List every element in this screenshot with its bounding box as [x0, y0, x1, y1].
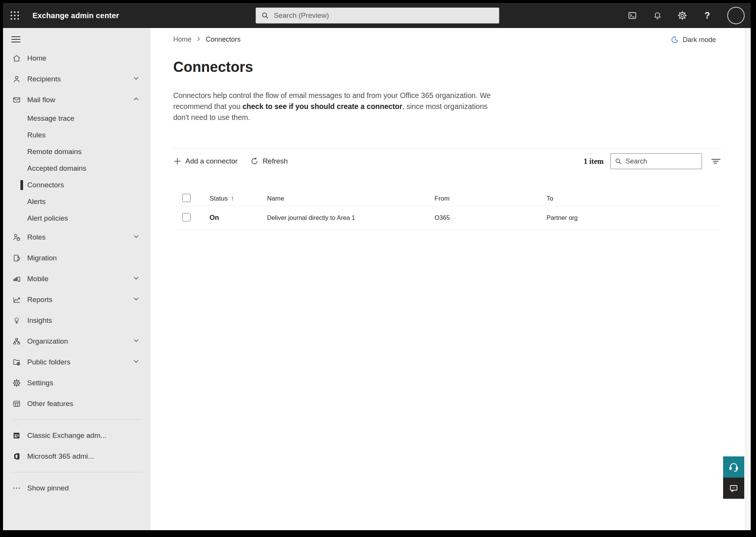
sidebar-item-migration[interactable]: Migration [3, 247, 151, 268]
sidebar-item-show-pinned[interactable]: Show pinned [3, 478, 151, 498]
notifications-bell-icon[interactable] [652, 11, 662, 20]
sidebar-item-settings[interactable]: Settings [3, 372, 151, 393]
sidebar-item-label: Accepted domains [27, 164, 86, 173]
select-row-checkbox[interactable] [182, 213, 191, 221]
connector-to: Partner org [546, 214, 578, 221]
sidebar-item-reports[interactable]: Reports [3, 289, 151, 310]
breadcrumb-current: Connectors [206, 36, 241, 44]
sidebar-item-accepted-domains[interactable]: Accepted domains [3, 160, 151, 177]
sidebar-item-label: Roles [27, 233, 46, 241]
document-arrow-icon [12, 254, 21, 263]
plus-icon [173, 157, 182, 165]
hamburger-menu-icon[interactable] [11, 33, 21, 46]
sidebar-item-label: Home [27, 54, 47, 62]
sidebar-item-mail-flow[interactable]: Mail flow [3, 89, 151, 110]
help-icon[interactable]: ? [702, 11, 712, 20]
sidebar-item-public-folders[interactable]: Public folders [3, 352, 151, 372]
sidebar-item-label: Other features [27, 400, 73, 408]
list-search-box[interactable] [610, 153, 702, 169]
breadcrumb: Home Connectors [173, 36, 241, 44]
gear-icon [12, 378, 21, 388]
column-header-to: To [546, 195, 553, 202]
sidebar-item-remote-domains[interactable]: Remote domains [3, 143, 151, 160]
status-badge: On [210, 214, 219, 222]
waffle-icon [9, 10, 20, 21]
sidebar-item-label: Alert policies [27, 214, 68, 223]
sidebar-item-insights[interactable]: Insights [3, 310, 151, 331]
connectors-table: Status ↑ Name From To On [173, 191, 722, 230]
header-cell-to[interactable]: To [546, 195, 722, 202]
svg-text:E: E [14, 433, 17, 438]
header-cell-status[interactable]: Status ↑ [210, 195, 267, 202]
sidebar-item-mobile[interactable]: Mobile [3, 268, 151, 289]
sidebar-item-recipients[interactable]: Recipients [3, 68, 151, 89]
search-icon [615, 157, 622, 165]
dark-mode-toggle[interactable]: Dark mode [671, 36, 716, 44]
account-avatar[interactable] [727, 7, 745, 24]
refresh-button[interactable]: Refresh [250, 157, 288, 165]
main-content: Home Connectors Dark mode Connectors Con… [151, 28, 751, 530]
feedback-button[interactable] [723, 478, 744, 499]
sidebar-item-label: Organization [27, 337, 68, 346]
list-search-input[interactable] [626, 157, 698, 165]
search-icon [261, 11, 269, 20]
vertical-scrollbar[interactable] [745, 28, 751, 530]
header-cell-name[interactable]: Name [267, 195, 435, 202]
microsoft-365-logo-icon [12, 452, 21, 461]
sidebar-item-label: Microsoft 365 admi... [27, 452, 94, 461]
sidebar-item-classic-exchange-admin[interactable]: E Classic Exchange adm... [3, 425, 151, 446]
chevron-down-icon [132, 232, 140, 242]
sidebar-item-alert-policies[interactable]: Alert policies [3, 210, 151, 227]
sidebar-divider [12, 472, 141, 472]
sidebar-nav: Home Recipients Mail flow [3, 48, 151, 498]
chevron-up-icon [132, 95, 140, 104]
feedback-bubble-icon [728, 483, 739, 493]
breadcrumb-home-link[interactable]: Home [173, 36, 191, 44]
sort-ascending-icon: ↑ [231, 195, 234, 202]
toolbar-divider [173, 148, 722, 149]
home-icon [12, 54, 21, 63]
column-header-name: Name [267, 195, 284, 202]
powershell-terminal-icon[interactable] [627, 11, 637, 20]
support-button[interactable] [723, 456, 744, 478]
list-toolbar: Add a connector Refresh 1 item [173, 153, 722, 170]
select-all-checkbox[interactable] [182, 194, 191, 202]
filter-icon[interactable] [710, 156, 722, 167]
person-icon [12, 75, 21, 84]
header-cell-from[interactable]: From [435, 195, 546, 202]
sidebar-item-connectors[interactable]: Connectors [3, 177, 151, 193]
global-search-input[interactable] [274, 11, 494, 20]
app-title: Exchange admin center [33, 3, 119, 28]
sidebar-item-other-features[interactable]: Other features [3, 393, 151, 414]
sidebar-item-message-trace[interactable]: Message trace [3, 110, 151, 127]
person-briefcase-icon [12, 233, 21, 242]
row-cell-name: Deliver journal directly to Area 1 [267, 214, 435, 221]
sidebar-item-home[interactable]: Home [3, 48, 151, 68]
sidebar-item-organization[interactable]: Organization [3, 331, 151, 352]
row-cell-select [173, 213, 210, 223]
headset-icon [728, 461, 739, 473]
add-connector-button[interactable]: Add a connector [173, 157, 238, 165]
table-header-row: Status ↑ Name From To [173, 191, 722, 206]
connector-from: O365 [435, 214, 450, 221]
table-grid-icon [12, 399, 21, 408]
sidebar-item-alerts[interactable]: Alerts [3, 193, 151, 210]
app-launcher-icon[interactable] [9, 10, 20, 21]
sidebar-item-label: Rules [27, 131, 46, 139]
connector-name-link[interactable]: Deliver journal directly to Area 1 [267, 214, 355, 221]
chevron-down-icon [132, 274, 140, 283]
chevron-down-icon [132, 357, 140, 367]
refresh-label: Refresh [262, 157, 288, 165]
sidebar-item-roles[interactable]: Roles [3, 227, 151, 247]
add-connector-label: Add a connector [185, 157, 238, 165]
global-search-box[interactable] [256, 8, 499, 23]
sidebar-item-label: Classic Exchange adm... [27, 431, 106, 440]
org-chart-icon [12, 337, 21, 346]
sidebar-item-microsoft-365-admin[interactable]: Microsoft 365 admi... [3, 446, 151, 467]
table-row[interactable]: On Deliver journal directly to Area 1 O3… [173, 206, 722, 230]
lightbulb-icon [12, 316, 21, 325]
top-app-bar: Exchange admin center [3, 3, 751, 28]
exchange-admin-center-window: Exchange admin center [3, 3, 751, 530]
sidebar-item-rules[interactable]: Rules [3, 127, 151, 143]
settings-gear-icon[interactable] [677, 11, 687, 20]
